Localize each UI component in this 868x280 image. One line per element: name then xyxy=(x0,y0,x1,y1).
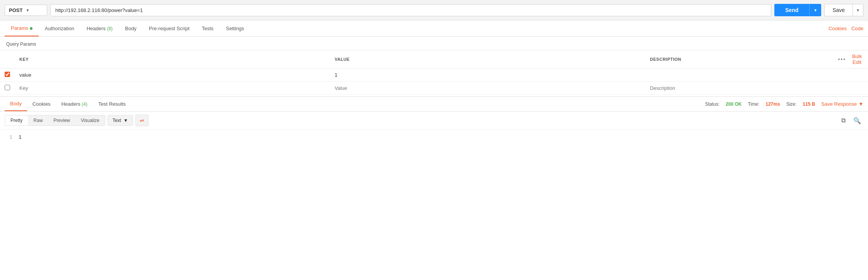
format-raw-button[interactable]: Raw xyxy=(28,115,48,125)
res-tab-headers[interactable]: Headers (4) xyxy=(56,97,93,111)
wrap-button[interactable]: ⇌ xyxy=(135,115,149,126)
line-number-1: 1 xyxy=(5,134,12,142)
row1-checkbox[interactable] xyxy=(5,72,10,77)
row2-value-input[interactable] xyxy=(335,85,641,91)
status-label: Status: xyxy=(705,101,719,107)
col-desc-header: DESCRIPTION xyxy=(645,50,834,69)
format-visualize-button[interactable]: Visualize xyxy=(75,115,105,125)
type-chevron-icon: ▼ xyxy=(123,118,128,123)
res-tab-testresults[interactable]: Test Results xyxy=(93,97,131,111)
row2-checkbox[interactable] xyxy=(5,85,10,90)
format-group: Pretty Raw Preview Visualize xyxy=(5,115,105,126)
copy-icon: ⧉ xyxy=(841,117,846,124)
body-toolbar: Pretty Raw Preview Visualize Text ▼ ⇌ ⧉ … xyxy=(0,112,868,130)
res-headers-badge: (4) xyxy=(82,101,87,107)
res-tab-body[interactable]: Body xyxy=(5,97,27,111)
format-pretty-button[interactable]: Pretty xyxy=(5,115,28,125)
params-active-dot xyxy=(30,27,33,30)
row1-key: value xyxy=(15,69,330,82)
save-response-chevron-icon: ▼ xyxy=(858,101,863,107)
save-dropdown-arrow[interactable]: ▼ xyxy=(853,4,863,16)
more-options-button[interactable]: ••• xyxy=(838,56,846,62)
code-line-1: 1 xyxy=(19,134,863,142)
request-tabs: Params Authorization Headers (8) Body Pr… xyxy=(0,21,868,37)
row2-desc-input[interactable] xyxy=(650,85,829,91)
response-tabs-bar: Body Cookies Headers (4) Test Results St… xyxy=(0,97,868,112)
method-chevron-icon: ▼ xyxy=(26,8,29,12)
code-area: 1 1 xyxy=(0,130,868,146)
tab-params[interactable]: Params xyxy=(5,21,39,36)
cookies-link[interactable]: Cookies xyxy=(829,26,847,31)
method-label: POST xyxy=(9,7,22,13)
tab-settings[interactable]: Settings xyxy=(220,21,250,36)
tab-prerequest[interactable]: Pre-request Script xyxy=(143,21,196,36)
save-button-group: Save ▼ xyxy=(824,4,863,16)
send-dropdown-arrow[interactable]: ▼ xyxy=(809,4,821,16)
time-label: Time: xyxy=(748,101,760,107)
row1-value: 1 xyxy=(330,69,645,82)
row1-description xyxy=(645,69,834,82)
tab-authorization[interactable]: Authorization xyxy=(39,21,80,36)
send-button[interactable]: Send xyxy=(774,4,809,16)
search-button[interactable]: 🔍 xyxy=(851,115,863,126)
req-tabs-right: Cookies Code xyxy=(829,26,863,31)
res-tab-cookies[interactable]: Cookies xyxy=(27,97,56,111)
url-input[interactable] xyxy=(50,4,771,16)
body-toolbar-right: ⧉ 🔍 xyxy=(839,115,863,126)
status-value: 200 OK xyxy=(726,101,741,107)
col-key-header: KEY xyxy=(15,50,330,69)
table-row: value 1 xyxy=(0,69,868,82)
save-button[interactable]: Save xyxy=(825,4,853,16)
size-value: 115 B xyxy=(803,101,815,107)
copy-button[interactable]: ⧉ xyxy=(839,115,848,126)
type-selector-button[interactable]: Text ▼ xyxy=(108,115,133,126)
tab-tests[interactable]: Tests xyxy=(196,21,220,36)
response-status-bar: Status: 200 OK Time: 127ms Size: 115 B S… xyxy=(705,101,863,107)
save-response-button[interactable]: Save Response ▼ xyxy=(821,101,863,107)
row2-key-input[interactable] xyxy=(19,85,325,91)
code-link[interactable]: Code xyxy=(851,26,863,31)
headers-badge: (8) xyxy=(107,26,113,31)
method-selector[interactable]: POST ▼ xyxy=(5,5,47,16)
search-icon: 🔍 xyxy=(853,117,861,124)
bulk-edit-button[interactable]: Bulk Edit xyxy=(851,53,863,65)
params-table: KEY VALUE DESCRIPTION ••• Bulk Edit valu… xyxy=(0,50,868,95)
query-params-section: Query Params KEY VALUE DESCRIPTION ••• B… xyxy=(0,37,868,95)
send-button-group: Send ▼ xyxy=(774,4,821,16)
tab-headers[interactable]: Headers (8) xyxy=(80,21,119,36)
type-label: Text xyxy=(113,118,121,123)
url-bar: POST ▼ Send ▼ Save ▼ xyxy=(0,0,868,21)
format-preview-button[interactable]: Preview xyxy=(48,115,75,125)
line-numbers: 1 xyxy=(5,134,12,142)
size-label: Size: xyxy=(786,101,797,107)
query-params-title: Query Params xyxy=(0,37,868,50)
table-row xyxy=(0,82,868,95)
response-section: Body Cookies Headers (4) Test Results St… xyxy=(0,96,868,146)
wrap-icon: ⇌ xyxy=(140,117,144,124)
tab-body[interactable]: Body xyxy=(119,21,143,36)
time-value: 127ms xyxy=(765,101,780,107)
col-value-header: VALUE xyxy=(330,50,645,69)
code-content: 1 xyxy=(19,134,863,142)
